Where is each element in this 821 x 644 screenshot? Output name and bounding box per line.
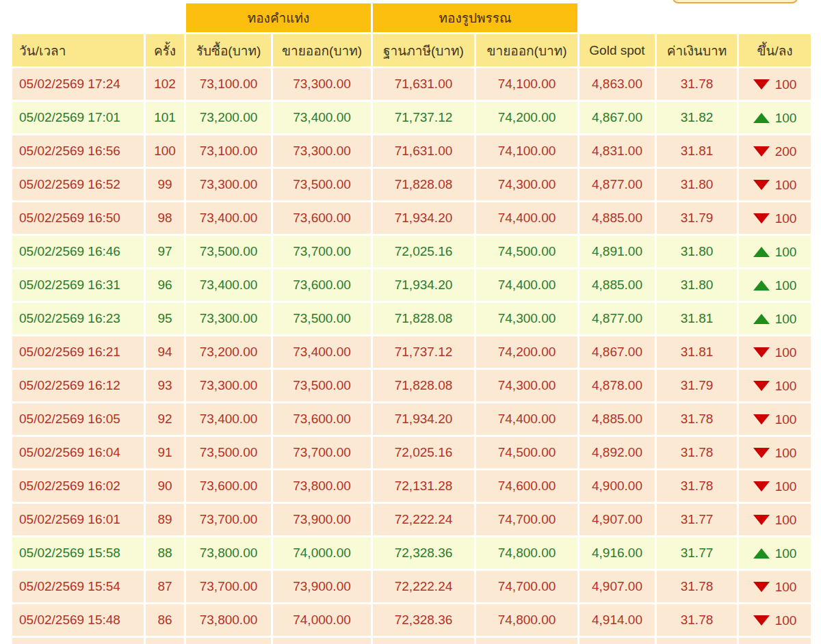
cell-datetime: 05/02/2569 15:29: [12, 638, 144, 644]
cell-ornament-sell: 74,300.00: [476, 370, 577, 401]
column-header-datetime: วัน/เวลา: [12, 34, 144, 66]
cell-gold-spot: 4,907.00: [579, 571, 655, 602]
column-header-round: ครั้ง: [146, 34, 184, 66]
gold-price-page: ทองคำแท่ง ทองรูปพรรณ วัน/เวลา ครั้ง รับซ…: [0, 0, 821, 644]
cell-round: 94: [146, 336, 184, 368]
cell-tax-base: 72,131.28: [373, 470, 474, 502]
cell-round: 102: [146, 68, 184, 100]
cell-tax-base: 71,934.20: [373, 202, 474, 234]
cell-round: 98: [146, 202, 184, 234]
cell-change: 100: [739, 269, 811, 301]
cell-datetime: 05/02/2569 16:31: [12, 269, 144, 301]
cell-ornament-sell: 74,500.00: [476, 236, 577, 267]
group-header-row: ทองคำแท่ง ทองรูปพรรณ: [12, 3, 811, 32]
change-value: 200: [775, 144, 797, 158]
cell-tax-base: 72,328.36: [373, 604, 474, 636]
cell-ornament-sell: 74,700.00: [476, 571, 577, 602]
cell-tax-base: 71,631.00: [373, 68, 474, 100]
cell-change: 200: [739, 135, 811, 167]
cell-tax-base: 72,222.24: [373, 571, 474, 602]
cell-datetime: 05/02/2569 16:05: [12, 403, 144, 435]
change-value: 100: [775, 278, 797, 292]
cell-change: 100: [739, 236, 811, 267]
cell-bar-buy: 73,100.00: [186, 68, 271, 100]
change-value: 100: [775, 244, 797, 258]
cell-baht-rate: 31.81: [657, 135, 737, 167]
change-value: 100: [775, 378, 797, 392]
down-arrow-icon: [753, 213, 770, 224]
cell-bar-buy: 73,400.00: [186, 269, 271, 301]
cell-bar-sell: 73,600.00: [273, 202, 371, 234]
cell-baht-rate: 31.77: [657, 504, 737, 535]
cell-baht-rate: 31.78: [657, 68, 737, 100]
cell-bar-sell: 73,500.00: [273, 370, 371, 401]
table-row: 05/02/2569 17:0110173,200.0073,400.0071,…: [12, 102, 811, 133]
cell-baht-rate: 31.80: [657, 269, 737, 301]
down-arrow-icon: [753, 615, 770, 626]
cell-gold-spot: 4,916.00: [579, 537, 655, 569]
cell-round: 97: [146, 236, 184, 267]
down-arrow-icon: [753, 146, 770, 157]
cell-gold-spot: 4,892.00: [579, 437, 655, 468]
cell-bar-sell: 74,000.00: [273, 537, 371, 569]
cell-gold-spot: 4,878.00: [579, 370, 655, 401]
cell-gold-spot: 4,877.00: [579, 169, 655, 200]
down-arrow-icon: [753, 582, 770, 592]
cell-bar-sell: 73,600.00: [273, 403, 371, 435]
cell-gold-spot: 4,877.00: [579, 303, 655, 334]
cell-bar-sell: 73,700.00: [273, 437, 371, 468]
cell-round: 88: [146, 537, 184, 569]
cell-bar-sell: 73,800.00: [273, 470, 371, 502]
cell-change: 100: [739, 403, 811, 435]
cell-change: 100: [739, 68, 811, 100]
cell-gold-spot: 4,914.00: [579, 604, 655, 636]
cell-baht-rate: 31.81: [657, 303, 737, 334]
cell-bar-buy: 73,400.00: [186, 403, 271, 435]
cell-round: 90: [146, 470, 184, 502]
cell-datetime: 05/02/2569 15:48: [12, 604, 144, 636]
cell-tax-base: 71,828.08: [373, 370, 474, 401]
cell-gold-spot: 4,891.00: [579, 236, 655, 267]
column-header-baht-rate: ค่าเงินบาท: [657, 34, 737, 66]
cell-baht-rate: 31.78: [657, 470, 737, 502]
cell-bar-sell: 73,300.00: [273, 68, 371, 100]
cell-baht-rate: 31.79: [657, 370, 737, 401]
cell-ornament-sell: 74,900.00: [476, 638, 577, 644]
column-header-bar-sell: ขายออก(บาท): [273, 34, 371, 66]
change-value: 100: [775, 445, 797, 459]
table-row: 05/02/2569 16:049173,500.0073,700.0072,0…: [12, 437, 811, 468]
cell-round: 91: [146, 437, 184, 468]
cell-change: 100: [739, 571, 811, 602]
table-row: 05/02/2569 16:029073,600.0073,800.0072,1…: [12, 470, 811, 502]
down-arrow-icon: [753, 414, 770, 425]
change-value: 100: [775, 579, 797, 593]
up-arrow-icon: [753, 247, 770, 257]
cell-bar-sell: 73,400.00: [273, 102, 371, 133]
down-arrow-icon: [753, 347, 770, 358]
cell-bar-buy: 73,100.00: [186, 135, 271, 167]
table-row: 05/02/2569 16:239573,300.0073,500.0071,8…: [12, 303, 811, 334]
up-arrow-icon: [753, 548, 770, 559]
column-header-ornament-sell: ขายออก(บาท): [476, 34, 577, 66]
price-table-body: 05/02/2569 17:2410273,100.0073,300.0071,…: [12, 68, 811, 644]
cell-bar-sell: 74,100.00: [273, 638, 371, 644]
cell-bar-buy: 73,600.00: [186, 470, 271, 502]
change-value: 100: [775, 512, 797, 526]
cell-gold-spot: 4,907.00: [579, 504, 655, 535]
cell-tax-base: 72,419.32: [373, 638, 474, 644]
cell-datetime: 05/02/2569 17:01: [12, 102, 144, 133]
cell-datetime: 05/02/2569 16:23: [12, 303, 144, 334]
cell-ornament-sell: 74,200.00: [476, 102, 577, 133]
cell-round: 92: [146, 403, 184, 435]
cell-datetime: 05/02/2569 15:58: [12, 537, 144, 569]
table-row: 05/02/2569 15:548773,700.0073,900.0072,2…: [12, 571, 811, 602]
cell-ornament-sell: 74,300.00: [476, 303, 577, 334]
cell-change: 100: [739, 437, 811, 468]
cell-change: 100: [739, 102, 811, 133]
cell-tax-base: 71,934.20: [373, 269, 474, 301]
cell-bar-buy: 73,400.00: [186, 202, 271, 234]
column-header-tax-base: ฐานภาษี(บาท): [373, 34, 474, 66]
change-value: 100: [775, 546, 797, 560]
cell-change: 100: [739, 336, 811, 368]
group-header-gold-bar: ทองคำแท่ง: [186, 3, 371, 32]
